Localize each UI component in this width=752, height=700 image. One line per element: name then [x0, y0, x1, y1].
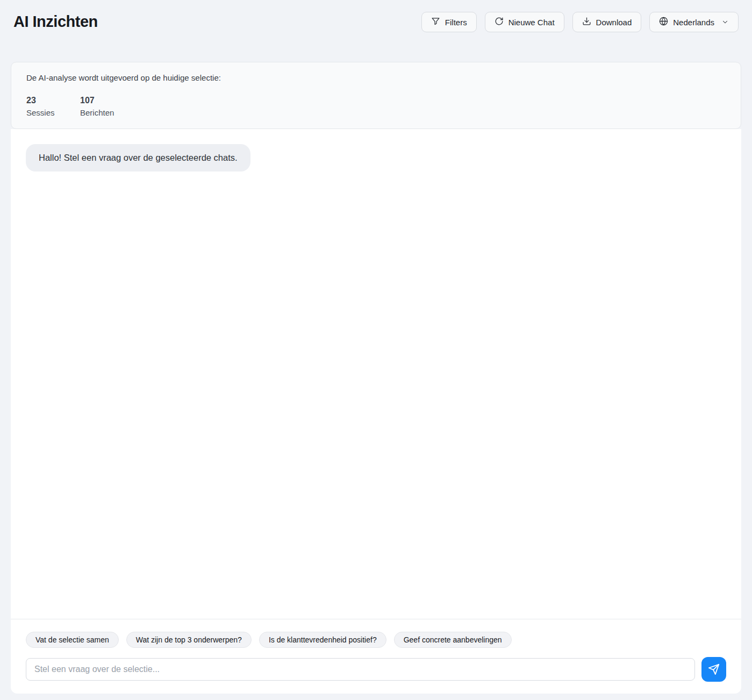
assistant-message-bubble: Hallo! Stel een vraag over de geselectee…: [26, 144, 250, 172]
send-icon: [708, 663, 720, 675]
language-selector[interactable]: Nederlands: [649, 12, 739, 32]
stat-sessions-value: 23: [26, 96, 80, 105]
stat-sessions-label: Sessies: [26, 108, 80, 117]
new-chat-button[interactable]: Nieuwe Chat: [485, 12, 564, 32]
funnel-icon: [431, 17, 440, 27]
chevron-down-icon: [721, 18, 729, 26]
chat-panel: Hallo! Stel een vraag over de geselectee…: [11, 129, 741, 694]
suggestion-chip-recommendations[interactable]: Geef concrete aanbevelingen: [394, 632, 512, 648]
suggestion-chips: Vat de selectie samen Wat zijn de top 3 …: [26, 632, 726, 648]
download-icon: [582, 17, 591, 27]
send-button[interactable]: [701, 657, 726, 682]
question-input[interactable]: [26, 658, 695, 681]
globe-icon: [659, 17, 668, 27]
selection-info-description: De AI-analyse wordt uitgevoerd op de hui…: [26, 73, 726, 82]
filters-button-label: Filters: [445, 18, 467, 27]
composer-input-row: [26, 657, 726, 682]
download-button[interactable]: Download: [572, 12, 642, 32]
composer-area: Vat de selectie samen Wat zijn de top 3 …: [11, 619, 741, 694]
selection-info-card: De AI-analyse wordt uitgevoerd op de hui…: [11, 62, 741, 129]
suggestion-chip-summarize[interactable]: Vat de selectie samen: [26, 632, 119, 648]
download-button-label: Download: [596, 18, 632, 27]
suggestion-chip-top-topics[interactable]: Wat zijn de top 3 onderwerpen?: [126, 632, 252, 648]
selection-stats: 23 Sessies 107 Berichten: [26, 96, 726, 117]
page-title: AI Inzichten: [13, 12, 98, 31]
stat-sessions: 23 Sessies: [26, 96, 80, 117]
toolbar: Filters Nieuwe Chat Download Nederlands: [421, 12, 739, 32]
refresh-icon: [495, 17, 504, 27]
stat-messages-label: Berichten: [80, 108, 134, 117]
stat-messages: 107 Berichten: [80, 96, 134, 117]
header: AI Inzichten Filters Nieuwe Chat Downloa…: [0, 0, 752, 62]
suggestion-chip-satisfaction[interactable]: Is de klanttevredenheid positief?: [259, 632, 386, 648]
stat-messages-value: 107: [80, 96, 134, 105]
language-selector-label: Nederlands: [673, 18, 714, 27]
filters-button[interactable]: Filters: [421, 12, 477, 32]
new-chat-button-label: Nieuwe Chat: [509, 18, 555, 27]
chat-message-list: Hallo! Stel een vraag over de geselectee…: [11, 129, 741, 619]
